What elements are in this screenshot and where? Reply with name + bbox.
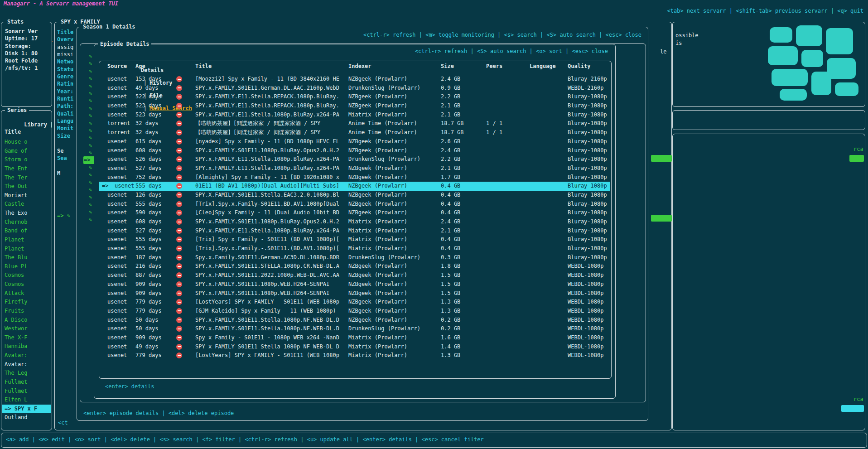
cell-indexer: NZBgeek (Prowlarr) <box>348 75 439 84</box>
episode-modal-footer-keybindings: <enter> details <box>105 383 154 390</box>
cell-age: 50 days <box>135 316 159 325</box>
cell-size: 2.2 GB <box>441 155 460 164</box>
library-fragment-panel: rca rca <box>672 134 865 430</box>
search-result-row[interactable]: usenet 909 days SPY.x.FAMILY.S01E11.1080… <box>99 280 610 289</box>
search-result-row[interactable]: usenet 555 days [Trix].Spy.x.Family.-.S0… <box>99 244 610 253</box>
series-list-item[interactable]: Westwor <box>2 324 51 333</box>
table-header: Source Age Title Indexer Size Peers Lang… <box>99 63 611 75</box>
search-result-row[interactable]: usenet 752 days [Almighty] Spy x Family … <box>99 173 610 182</box>
series-list-item[interactable]: Hanniba <box>2 342 51 351</box>
cell-title: SPY.x.FAMILY.S01E11.1080p.BluRay.Opus2.0… <box>195 217 347 227</box>
series-list-item[interactable]: Avatar: <box>2 351 51 360</box>
series-list-item[interactable]: The Blu <box>2 253 51 262</box>
col-size[interactable]: Size <box>441 63 454 69</box>
search-result-row[interactable]: usenet 779 days [GJM-Kaleido] Spy x Fami… <box>99 307 610 316</box>
series-list-item[interactable]: The Exo <box>2 209 51 218</box>
series-list-item[interactable]: Fullmet <box>2 378 51 387</box>
search-result-row[interactable]: usenet 779 days [LostYears] SPY x FAMILY… <box>99 351 610 360</box>
series-list-item[interactable]: Outland <box>2 413 51 422</box>
series-list-item[interactable]: Planet <box>2 245 51 254</box>
search-result-row[interactable]: torrent 32 days 【喵萌奶茶屋】[间谍过家家 / 间谍家家酒 / … <box>99 128 610 137</box>
series-list-item[interactable]: The Leg <box>2 369 51 378</box>
search-result-row[interactable]: usenet 590 days [Cleo]Spy x Family - 11 … <box>99 208 610 217</box>
series-list-item[interactable]: Elfen L <box>2 396 51 405</box>
series-list-item[interactable]: => SPY x F <box>2 405 51 414</box>
search-result-row[interactable]: usenet 608 days SPY.x.FAMILY.S01E11.1080… <box>99 146 610 155</box>
col-source[interactable]: Source <box>107 63 127 69</box>
search-result-row[interactable]: usenet 555 days [Trix].Spy.x.Family-S01E… <box>99 200 610 209</box>
search-result-row[interactable]: => usenet 555 days 01E11 (BD AV1 1080p)[… <box>99 182 610 191</box>
cell-indexer: Miatrix (Prowlarr) <box>348 227 439 236</box>
cell-size: 2.6 GB <box>441 137 460 146</box>
search-result-row[interactable]: usenet 523 days SPY.x.FAMILY.E11.Stella.… <box>99 101 610 111</box>
cell-title: [Trix].Spy.x.Family.-.S01E11.(BD.AV1.108… <box>195 244 347 253</box>
series-list-item[interactable]: Blue Pl <box>2 262 51 271</box>
series-list-item[interactable]: Fullmet <box>2 387 51 396</box>
cell-age: 555 days <box>135 244 162 253</box>
cell-indexer: NZBgeek (Prowlarr) <box>348 262 439 271</box>
cell-source: usenet <box>107 333 127 343</box>
series-list-item[interactable]: The Out <box>2 182 51 191</box>
cell-indexer: NZBgeek (Prowlarr) <box>348 307 439 316</box>
series-list-item[interactable]: A Disco <box>2 316 51 325</box>
search-result-row[interactable]: usenet 608 days SPY.x.FAMILY.S01E11.1080… <box>99 217 610 227</box>
season-modal-title: Season 1 Details <box>81 24 138 30</box>
cell-source: torrent <box>107 119 130 128</box>
search-result-row[interactable]: usenet 522 days SPY.x.FAMILY.E11.Stella.… <box>99 92 610 101</box>
series-list-item[interactable]: Attack <box>2 289 51 298</box>
search-result-row[interactable]: usenet 49 days SPY.x.FAMILY.S01E11.Germa… <box>99 84 610 93</box>
series-list-item[interactable]: Chernob <box>2 218 51 227</box>
series-list-item[interactable]: House o <box>2 138 51 147</box>
stats-lines: Sonarr VerUptime: 17Storage:Disk 1: 80Ro… <box>5 28 50 72</box>
search-result-row[interactable]: usenet 527 days SPY.x.FAMILY.E11.Stella.… <box>99 227 610 236</box>
series-list-item[interactable]: Cosmos <box>2 271 51 280</box>
series-list-item[interactable]: Cosmos <box>2 280 51 289</box>
col-indexer[interactable]: Indexer <box>348 63 439 69</box>
series-list-item[interactable]: Band of <box>2 227 51 236</box>
search-result-row[interactable]: usenet 887 days SPY.x.FAMILY.S01E11.2022… <box>99 271 610 280</box>
series-list-item[interactable]: Game of <box>2 147 51 156</box>
search-result-row[interactable]: usenet 909 days SPY.x.FAMILY.S01E11.1080… <box>99 289 610 298</box>
cell-indexer: DrunkenSlug (Prowlarr) <box>348 155 439 164</box>
series-title: Attack <box>5 290 24 296</box>
series-list-item[interactable]: The Enf <box>2 164 51 174</box>
cell-age: 50 days <box>135 324 159 333</box>
col-age[interactable]: Age <box>135 63 145 69</box>
tab-library[interactable]: Library <box>24 121 47 128</box>
search-result-row[interactable]: usenet 50 days SPY.x.FAMILY.S01E11.Stell… <box>99 324 610 333</box>
monitored-icon: ✎ <box>89 150 92 156</box>
series-list-item[interactable]: Avatar: <box>2 360 51 369</box>
search-result-row[interactable]: usenet 187 days Spy.x.Family.S01E11.Germ… <box>99 253 610 262</box>
search-result-row[interactable]: usenet 50 days SPY.x.FAMILY.S01E11.Stell… <box>99 316 610 325</box>
col-quality[interactable]: Quality <box>568 63 591 69</box>
cell-quality: Bluray-1080p <box>568 191 607 200</box>
search-result-row[interactable]: usenet 779 days [LostYears] SPY x FAMILY… <box>99 298 610 307</box>
series-list-item[interactable]: Castle <box>2 200 51 209</box>
cell-quality: WEBDL-1080p <box>568 324 603 333</box>
search-result-row[interactable]: usenet 523 days SPY.x.FAMILY.E11.Stella.… <box>99 111 610 120</box>
search-result-row[interactable]: usenet 49 days SPY x FAMILY S01E11 Stell… <box>99 343 610 352</box>
series-list-item[interactable]: Planet <box>2 236 51 245</box>
search-result-row[interactable]: usenet 126 days SPY.X.FAMILY.S01E11.Stel… <box>99 191 610 200</box>
series-list-item[interactable]: The X-F <box>2 333 51 343</box>
series-list-item[interactable]: The Ter <box>2 174 51 183</box>
search-result-row[interactable]: torrent 32 days 【喵萌奶茶屋】[間諜過家家 / 間諜家家酒 / … <box>99 119 610 128</box>
series-title: Planet <box>5 246 24 252</box>
col-peers[interactable]: Peers <box>486 63 502 69</box>
series-list-item[interactable]: Firefly <box>2 298 51 307</box>
episode-modal-title: Episode Details <box>98 41 151 47</box>
search-result-row[interactable]: usenet 216 days SPY.x.FAMILY.S01E11.STEL… <box>99 262 610 271</box>
col-title[interactable]: Title <box>195 63 347 69</box>
search-result-row[interactable]: usenet 153 days [Moozzi2] Spy x Family -… <box>99 75 610 84</box>
series-title: Outland <box>5 414 28 420</box>
search-result-row[interactable]: usenet 527 days SPY.x.FAMILY.E11.Stella.… <box>99 164 610 173</box>
search-result-row[interactable]: usenet 555 days [Trix] Spy x Family - S0… <box>99 235 610 244</box>
poster-art-block <box>768 46 798 65</box>
series-list-item[interactable]: Storm o <box>2 155 51 164</box>
series-list-item[interactable]: Fruits <box>2 307 51 316</box>
series-list-item[interactable]: Moriart <box>2 191 51 200</box>
col-language[interactable]: Language <box>530 63 556 69</box>
search-result-row[interactable]: usenet 909 days Spy x Family - S01E11 - … <box>99 333 610 343</box>
search-result-row[interactable]: usenet 615 days [nyadex] Spy x Family - … <box>99 137 610 146</box>
search-result-row[interactable]: usenet 526 days SPY.x.FAMILY.E11.Stella.… <box>99 155 610 164</box>
